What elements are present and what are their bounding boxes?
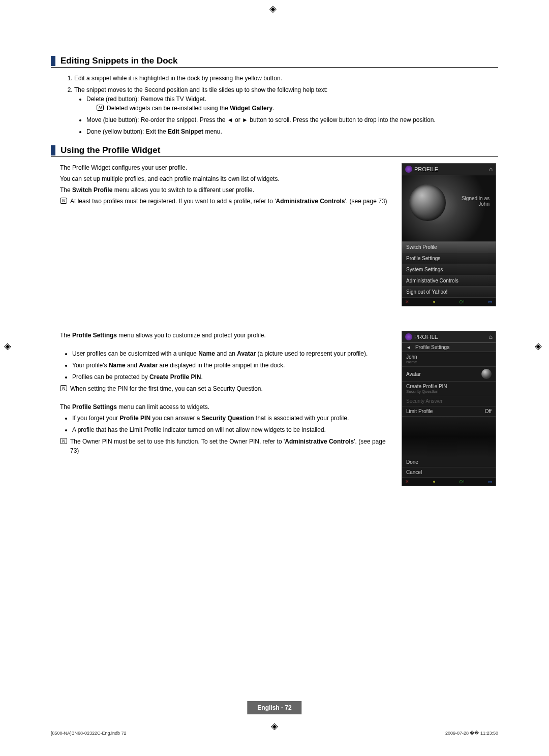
page-content: Editing Snippets in the Dock Edit a snip…: [0, 0, 549, 536]
delete-text: Delete (red button): Remove this TV Widg…: [86, 96, 206, 103]
widget-menu: Switch Profile Profile Settings System S…: [402, 241, 496, 298]
menu-profile-settings[interactable]: Profile Settings: [402, 253, 496, 264]
note-text: When setting the PIN for the first time,…: [70, 384, 263, 393]
widget-header: PROFILE ⌂: [402, 164, 496, 175]
bullet-forget-pin: If you forget your Profile PIN you can a…: [72, 414, 391, 423]
profile-intro-block: The Profile Widget configures your user …: [51, 163, 498, 319]
note-icon: N: [60, 198, 67, 204]
settings-text-col: The Profile Settings menu allows you to …: [51, 331, 391, 498]
row-cancel[interactable]: Cancel: [402, 467, 496, 478]
row-create-pin[interactable]: Create Profile PIN Security Question: [402, 382, 496, 396]
widget-avatar-area: Signed in as John: [402, 175, 496, 241]
header-bar-icon: [51, 56, 55, 66]
widget1-col: PROFILE ⌂ Signed in as John Switch Profi…: [402, 163, 498, 319]
note-text: Deleted widgets can be re-installed usin…: [107, 104, 274, 113]
delete-note: N Deleted widgets can be re-installed us…: [97, 104, 498, 113]
note-text: The Owner PIN must be set to use this fu…: [70, 437, 391, 455]
pin-note: N When setting the PIN for the first tim…: [51, 384, 391, 393]
note-icon: N: [97, 105, 104, 111]
row-limit-profile[interactable]: Limit Profile Off: [402, 406, 496, 417]
widget-fill: [402, 417, 496, 457]
widget-header: PROFILE ⌂: [402, 331, 496, 343]
registration-mark-top: [269, 3, 280, 13]
limit-bullets: If you forget your Profile PIN you can a…: [51, 414, 391, 434]
widget-footer-buttons: ✕ ● ⊙! ▭: [402, 478, 496, 486]
subheader-title: Profile Settings: [415, 344, 449, 350]
registration-mark-left: [4, 340, 14, 351]
note-icon: N: [60, 385, 67, 391]
section-header-profile: Using the Profile Widget: [51, 145, 498, 157]
blue-button-icon[interactable]: ▭: [488, 479, 493, 484]
p2: You can set up multiple profiles, and ea…: [51, 174, 391, 183]
owner-pin-note: N The Owner PIN must be set to use this …: [51, 437, 391, 455]
row-avatar[interactable]: Avatar: [402, 367, 496, 382]
yahoo-icon: [405, 166, 412, 173]
section-title: Using the Profile Widget: [60, 145, 160, 155]
blue-button-icon[interactable]: ▭: [488, 299, 493, 304]
bullet-name-avatar: User profiles can be customized with a u…: [72, 349, 391, 358]
p3: The Switch Profile menu allows you to sw…: [51, 185, 391, 195]
note-text: At least two profiles must be registered…: [70, 197, 387, 206]
red-button-icon[interactable]: ✕: [405, 479, 409, 484]
bullet-displayed: Your profile's Name and Avatar are displ…: [72, 361, 391, 370]
step-2-text: The snippet moves to the Second position…: [74, 86, 327, 93]
move-bullet: Move (blue button): Re-order the snippet…: [86, 115, 498, 124]
profile-settings-block: The Profile Settings menu allows you to …: [51, 331, 498, 498]
avatar-globe-icon: [409, 184, 446, 221]
yahoo-icon: [405, 333, 412, 340]
home-icon: ⌂: [489, 166, 493, 173]
menu-system-settings[interactable]: System Settings: [402, 264, 496, 275]
widget2-col: PROFILE ⌂ ◄ Profile Settings John Name A…: [402, 331, 498, 498]
row-security-answer: Security Answer: [402, 396, 496, 406]
registration-mark-bottom: [271, 720, 278, 732]
step-1: Edit a snippet while it is highlighted i…: [74, 74, 498, 83]
registration-mark-right: [535, 340, 545, 351]
step-2: The snippet moves to the Second position…: [74, 85, 498, 136]
ps-bullets: User profiles can be customized with a u…: [51, 349, 391, 382]
green-button-icon[interactable]: ⊙!: [459, 479, 465, 484]
yellow-button-icon[interactable]: ●: [433, 479, 435, 484]
back-arrow-icon[interactable]: ◄: [406, 344, 411, 350]
row-name[interactable]: John Name: [402, 352, 496, 367]
bullet-pin: Profiles can be protected by Create Prof…: [72, 372, 391, 382]
step-1-text: Edit a snippet while it is highlighted i…: [74, 75, 282, 82]
widget-title: PROFILE: [414, 334, 438, 340]
page-number-footer: English - 72: [247, 701, 301, 714]
section-header-editing: Editing Snippets in the Dock: [51, 56, 498, 68]
delete-bullet: Delete (red button): Remove this TV Widg…: [86, 94, 498, 113]
profile-widget-main: PROFILE ⌂ Signed in as John Switch Profi…: [402, 163, 496, 306]
profile-settings-widget: PROFILE ⌂ ◄ Profile Settings John Name A…: [402, 331, 496, 486]
widget-footer-buttons: ✕ ● ⊙! ▭: [402, 298, 496, 306]
green-button-icon[interactable]: ⊙!: [459, 299, 465, 304]
menu-switch-profile[interactable]: Switch Profile: [402, 242, 496, 253]
limit-intro: The Profile Settings menu can limit acce…: [51, 402, 391, 412]
red-button-icon[interactable]: ✕: [405, 299, 409, 304]
print-metadata: [8500-NA]BN68-02322C-Eng.indb 72 2009-07…: [51, 731, 498, 736]
signed-in-label: Signed in as John: [462, 196, 490, 207]
bullet-limit-indicator: A profile that has the Limit Profile ind…: [72, 425, 391, 434]
row-done[interactable]: Done: [402, 457, 496, 467]
ps-intro: The Profile Settings menu allows you to …: [51, 331, 391, 340]
yellow-button-icon[interactable]: ●: [433, 299, 435, 304]
editing-steps-list: Edit a snippet while it is highlighted i…: [51, 74, 498, 136]
file-name: [8500-NA]BN68-02322C-Eng.indb 72: [51, 731, 127, 736]
section-title: Editing Snippets in the Dock: [60, 56, 177, 66]
step-2-sublist: Delete (red button): Remove this TV Widg…: [74, 94, 498, 136]
intro-text-col: The Profile Widget configures your user …: [51, 163, 391, 319]
limit-value: Off: [485, 408, 492, 414]
widget-title: PROFILE: [414, 166, 438, 172]
widget-subheader: ◄ Profile Settings: [402, 343, 496, 352]
avatar-thumbnail-icon: [481, 369, 492, 379]
profiles-note: N At least two profiles must be register…: [51, 197, 391, 206]
home-icon: ⌂: [489, 333, 493, 340]
menu-admin-controls[interactable]: Administrative Controls: [402, 275, 496, 287]
done-bullet: Done (yellow button): Exit the Edit Snip…: [86, 127, 498, 136]
note-icon: N: [60, 438, 67, 444]
print-date: 2009-07-28 �� 11:23:50: [445, 731, 498, 736]
p1: The Profile Widget configures your user …: [51, 163, 391, 172]
menu-sign-out[interactable]: Sign out of Yahoo!: [402, 287, 496, 298]
header-bar-icon: [51, 145, 55, 155]
